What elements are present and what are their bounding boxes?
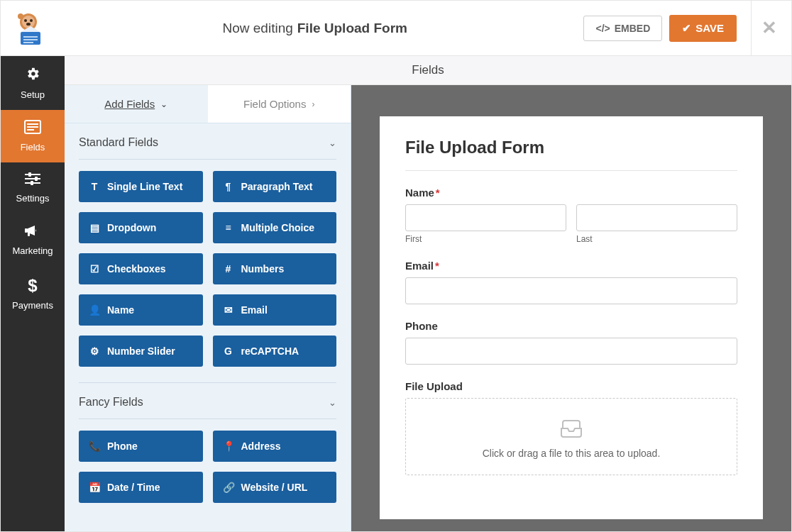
section-fancy-fields: Fancy Fields ⌄ 📞Phone 📍Address 📅Date / T… bbox=[65, 383, 351, 511]
form-card: File Upload Form Name* First bbox=[380, 116, 763, 519]
close-icon[interactable]: ✕ bbox=[761, 17, 777, 39]
save-button[interactable]: ✔ SAVE bbox=[669, 15, 737, 42]
fields-panel: Add Fields ⌄ Field Options › Standard Fi… bbox=[65, 85, 351, 531]
field-email[interactable]: ✉Email bbox=[213, 294, 337, 326]
field-label: Checkboxes bbox=[107, 263, 165, 275]
field-date-time[interactable]: 📅Date / Time bbox=[79, 472, 203, 503]
svg-point-3 bbox=[30, 19, 33, 22]
field-label: Address bbox=[241, 440, 281, 452]
field-label: Single Line Text bbox=[107, 181, 182, 192]
label-email: Email* bbox=[405, 260, 737, 272]
field-label: Multiple Choice bbox=[241, 222, 314, 233]
svg-rect-8 bbox=[23, 39, 38, 40]
field-dropdown[interactable]: ▤Dropdown bbox=[79, 212, 203, 243]
field-label: Date / Time bbox=[107, 482, 160, 493]
google-icon: G bbox=[223, 345, 234, 357]
sidebar: Setup Fields Settings Marketing $ Paymen… bbox=[1, 56, 65, 531]
user-icon: 👤 bbox=[89, 304, 100, 316]
field-numbers[interactable]: #Numbers bbox=[213, 253, 337, 284]
section-header-fancy[interactable]: Fancy Fields ⌄ bbox=[79, 396, 336, 419]
fields-header: Fields bbox=[65, 56, 791, 85]
sidebar-item-payments[interactable]: $ Payments bbox=[1, 266, 65, 321]
list-icon: ≡ bbox=[223, 222, 234, 233]
input-first-name[interactable] bbox=[405, 204, 566, 231]
sidebar-item-setup[interactable]: Setup bbox=[1, 56, 65, 110]
svg-rect-21 bbox=[28, 232, 30, 236]
field-label: Number Slider bbox=[107, 345, 175, 357]
svg-point-4 bbox=[26, 23, 31, 26]
label-file-upload: File Upload bbox=[405, 380, 737, 392]
field-phone[interactable]: 📞Phone bbox=[79, 431, 203, 462]
panel-tabs: Add Fields ⌄ Field Options › bbox=[65, 85, 351, 123]
field-address[interactable]: 📍Address bbox=[213, 431, 337, 462]
embed-button[interactable]: </> EMBED bbox=[583, 16, 662, 41]
field-label: Paragraph Text bbox=[241, 181, 313, 192]
field-label: Phone bbox=[107, 440, 138, 452]
field-row-phone[interactable]: Phone bbox=[405, 320, 737, 365]
paragraph-icon: ¶ bbox=[223, 181, 234, 192]
envelope-icon: ✉ bbox=[223, 304, 234, 316]
label-phone: Phone bbox=[405, 320, 737, 332]
calendar-icon: 📅 bbox=[89, 482, 100, 493]
section-header-standard[interactable]: Standard Fields ⌄ bbox=[79, 136, 336, 160]
embed-label: EMBED bbox=[615, 23, 651, 34]
sidebar-item-settings[interactable]: Settings bbox=[1, 162, 65, 214]
field-paragraph-text[interactable]: ¶Paragraph Text bbox=[213, 171, 337, 202]
upload-hint: Click or drag a file to this area to upl… bbox=[413, 448, 730, 459]
label-name: Name* bbox=[405, 187, 737, 199]
field-website-url[interactable]: 🔗Website / URL bbox=[213, 472, 337, 503]
standard-field-grid: TSingle Line Text ¶Paragraph Text ▤Dropd… bbox=[79, 171, 336, 367]
section-title: Fancy Fields bbox=[79, 396, 143, 409]
svg-point-5 bbox=[18, 13, 23, 19]
input-last-name[interactable] bbox=[576, 204, 737, 231]
sidebar-item-label: Payments bbox=[12, 300, 53, 311]
tab-label: Field Options bbox=[243, 98, 306, 110]
sidebar-item-label: Fields bbox=[21, 142, 45, 153]
sublabel-last: Last bbox=[576, 234, 737, 244]
check-icon: ✔ bbox=[682, 22, 691, 35]
chevron-down-icon: ⌄ bbox=[160, 99, 167, 109]
chevron-right-icon: › bbox=[312, 99, 314, 109]
main-layout: Setup Fields Settings Marketing $ Paymen… bbox=[1, 56, 791, 531]
svg-rect-13 bbox=[27, 129, 34, 131]
field-multiple-choice[interactable]: ≡Multiple Choice bbox=[213, 212, 337, 243]
tab-field-options[interactable]: Field Options › bbox=[208, 85, 351, 123]
field-single-line-text[interactable]: TSingle Line Text bbox=[79, 171, 203, 202]
form-name: File Upload Form bbox=[297, 21, 407, 36]
field-label: reCAPTCHA bbox=[241, 345, 299, 357]
sidebar-item-label: Settings bbox=[16, 193, 50, 204]
field-recaptcha[interactable]: GreCAPTCHA bbox=[213, 336, 337, 367]
field-row-file-upload[interactable]: File Upload Click or drag a file to this… bbox=[405, 380, 737, 475]
field-row-email[interactable]: Email* bbox=[405, 260, 737, 304]
input-phone[interactable] bbox=[405, 338, 737, 365]
field-checkboxes[interactable]: ☑Checkboxes bbox=[79, 253, 203, 284]
topbar-actions: </> EMBED ✔ SAVE bbox=[583, 15, 737, 42]
sliders-icon: ⚙ bbox=[89, 345, 100, 357]
pin-icon: 📍 bbox=[223, 440, 234, 452]
sidebar-item-marketing[interactable]: Marketing bbox=[1, 214, 65, 266]
field-row-name[interactable]: Name* First Last bbox=[405, 187, 737, 244]
editing-prefix: Now editing bbox=[222, 21, 292, 36]
hash-icon: # bbox=[223, 263, 234, 275]
upload-dropzone[interactable]: Click or drag a file to this area to upl… bbox=[405, 398, 737, 475]
field-name[interactable]: 👤Name bbox=[79, 294, 203, 326]
chevron-down-icon: ⌄ bbox=[329, 138, 336, 148]
input-email[interactable] bbox=[405, 277, 737, 304]
svg-rect-7 bbox=[23, 36, 38, 38]
form-preview-wrap: File Upload Form Name* First bbox=[351, 85, 791, 531]
content-area: Fields Add Fields ⌄ Field Options › S bbox=[65, 56, 791, 531]
sidebar-item-label: Setup bbox=[21, 89, 45, 100]
fancy-field-grid: 📞Phone 📍Address 📅Date / Time 🔗Website / … bbox=[79, 431, 336, 503]
check-square-icon: ☑ bbox=[89, 263, 100, 275]
field-number-slider[interactable]: ⚙Number Slider bbox=[79, 336, 203, 367]
sidebar-item-fields[interactable]: Fields bbox=[1, 110, 65, 162]
bullhorn-icon bbox=[25, 223, 40, 241]
svg-point-2 bbox=[24, 19, 27, 22]
svg-rect-9 bbox=[23, 42, 33, 43]
sublabel-first: First bbox=[405, 234, 566, 244]
field-label: Name bbox=[107, 304, 134, 316]
tab-add-fields[interactable]: Add Fields ⌄ bbox=[65, 85, 208, 123]
top-bar: Now editing File Upload Form </> EMBED ✔… bbox=[1, 1, 791, 56]
dropdown-icon: ▤ bbox=[89, 222, 100, 233]
section-title: Standard Fields bbox=[79, 136, 158, 149]
